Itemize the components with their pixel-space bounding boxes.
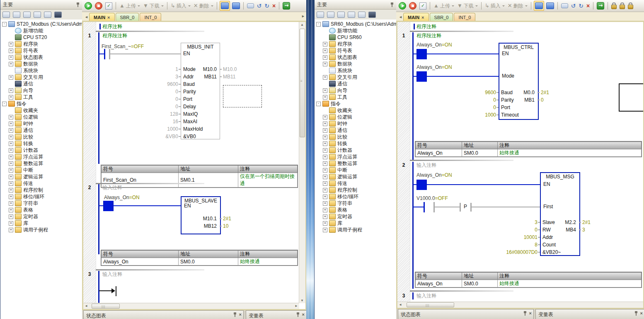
expand-icon[interactable]: + (323, 128, 327, 133)
tree-item[interactable]: +库 (0, 220, 82, 226)
compile-button[interactable]: ✓ (104, 1, 113, 10)
stop-button[interactable] (408, 1, 417, 10)
window-icon[interactable] (2, 12, 10, 18)
pou-view-alt-button[interactable] (231, 1, 241, 10)
tree-item[interactable]: +中断 (0, 167, 82, 173)
tab-close-icon[interactable]: × (107, 15, 110, 20)
expand-icon[interactable]: + (323, 49, 327, 53)
tree-item[interactable]: +转换 (315, 140, 396, 147)
monitor-icon[interactable] (54, 12, 62, 18)
tree-item[interactable]: +调用子例程 (315, 226, 396, 233)
tab-scroll-left[interactable]: ◄ (398, 13, 403, 21)
copy-icon[interactable] (23, 12, 31, 18)
program-comment[interactable]: 程序注释 (102, 23, 122, 30)
tree-item[interactable]: +符号表 (315, 47, 396, 54)
tree-item[interactable]: +系统块 (0, 67, 82, 74)
expand-icon[interactable]: + (9, 155, 13, 159)
expand-icon[interactable]: + (323, 95, 327, 100)
network-comment[interactable]: 输入注释 (102, 271, 122, 278)
expand-icon[interactable]: + (9, 228, 13, 232)
tree-item[interactable]: +程序控制 (0, 187, 82, 193)
horizontal-scrollbar[interactable]: ◄ ||| ► (83, 303, 299, 309)
tree-item[interactable]: +时钟 (315, 120, 396, 127)
expand-icon[interactable]: + (9, 88, 13, 93)
tree-item[interactable]: +程序块 (315, 41, 396, 47)
tree-item[interactable]: +整数运算 (0, 160, 82, 167)
tree-item[interactable]: +字符串 (315, 200, 396, 207)
energized-contact[interactable] (418, 49, 426, 59)
scroll-left-icon[interactable]: ◄ (83, 303, 89, 309)
energized-contact[interactable] (104, 201, 112, 211)
undo-button[interactable]: ↺ (570, 1, 577, 10)
expand-icon[interactable]: + (9, 49, 13, 53)
expand-icon[interactable]: + (9, 161, 13, 166)
dropdown-icon[interactable] (452, 5, 454, 7)
tree-item[interactable]: +收藏夹 (315, 107, 396, 114)
tree-item[interactable]: +状态图表 (315, 54, 396, 61)
tree-item[interactable]: +交叉引用 (315, 74, 396, 80)
tree-item[interactable]: +库 (315, 220, 396, 226)
tree-item[interactable]: +数据块 (315, 61, 396, 67)
expand-icon[interactable]: + (9, 75, 13, 80)
dropdown-icon[interactable] (502, 5, 505, 7)
cancel-button[interactable]: × (271, 1, 276, 10)
dropdown-icon[interactable] (475, 5, 478, 7)
expand-icon[interactable]: + (9, 95, 13, 100)
stop-button[interactable] (94, 1, 103, 10)
scroll-thumb[interactable] (407, 302, 454, 307)
pou-view-alt-button[interactable] (545, 1, 555, 10)
normally-open-contact[interactable] (424, 202, 425, 212)
energized-contact[interactable] (418, 180, 426, 190)
pin-icon[interactable] (233, 312, 237, 317)
tree-item[interactable]: +定时器 (315, 213, 396, 220)
dropdown-icon[interactable] (188, 5, 191, 7)
close-icon[interactable]: × (302, 312, 305, 317)
box-button[interactable] (560, 1, 569, 10)
tree-item[interactable]: -SR60_Modbus (C:\Users\Adminis (315, 21, 396, 27)
expand-icon[interactable]: + (323, 135, 327, 139)
tree-item[interactable]: +CPU SR60 (315, 34, 396, 41)
cancel-button[interactable]: × (586, 1, 591, 10)
delete-button[interactable]: ✕删除 (507, 1, 528, 10)
expand-icon[interactable]: + (9, 135, 13, 139)
expand-icon[interactable]: + (9, 195, 13, 199)
scroll-down-icon[interactable]: ▼ (299, 298, 305, 303)
tab-sbr0[interactable]: SBR_0 (430, 13, 453, 21)
insert-button[interactable]: ↳插入 (484, 1, 506, 10)
tree-item[interactable]: +传送 (0, 180, 82, 187)
tree-item[interactable]: +CPU ST20 (0, 34, 82, 41)
scroll-up-icon[interactable]: ▲ (299, 22, 305, 27)
expand-icon[interactable]: + (9, 221, 13, 226)
expand-icon[interactable]: + (323, 208, 327, 212)
expand-icon[interactable]: - (316, 22, 321, 27)
expand-icon[interactable]: - (2, 102, 7, 106)
tab-main[interactable]: MAIN× (403, 13, 429, 21)
tree-item[interactable]: +符号表 (0, 47, 82, 54)
expand-icon[interactable]: + (9, 181, 13, 186)
tab-sbr0[interactable]: SBR_0 (116, 13, 139, 21)
expand-icon[interactable]: + (323, 55, 327, 60)
expand-icon[interactable]: + (323, 75, 327, 80)
expand-icon[interactable]: + (9, 168, 13, 173)
tree-item[interactable]: +程序控制 (315, 187, 396, 193)
pin-icon[interactable] (76, 2, 80, 7)
tree-item[interactable]: +通信 (315, 127, 396, 134)
tree-item[interactable]: +位逻辑 (0, 114, 82, 120)
tree-item[interactable]: +逻辑运算 (0, 173, 82, 180)
document-icon[interactable] (34, 12, 41, 18)
horizontal-scrollbar[interactable]: ◄ ||| (397, 302, 643, 308)
lock-button[interactable] (610, 1, 617, 10)
pin-icon[interactable] (523, 311, 527, 316)
lock-all-button[interactable] (627, 1, 634, 10)
close-icon[interactable]: × (640, 311, 643, 316)
dropdown-icon[interactable] (211, 5, 213, 7)
expand-icon[interactable]: + (323, 122, 327, 126)
tree-item[interactable]: +计数器 (0, 147, 82, 153)
expand-icon[interactable]: + (9, 115, 13, 119)
tab-scroll-right[interactable]: ► (300, 12, 306, 20)
tree-item[interactable]: +状态图表 (0, 54, 82, 61)
tree-item[interactable]: +位逻辑 (315, 114, 396, 120)
tree-item[interactable]: +程序块 (0, 41, 82, 47)
status-chart-panel[interactable]: 状态图表 × (83, 310, 244, 319)
redo-button[interactable]: ↻ (264, 1, 270, 10)
